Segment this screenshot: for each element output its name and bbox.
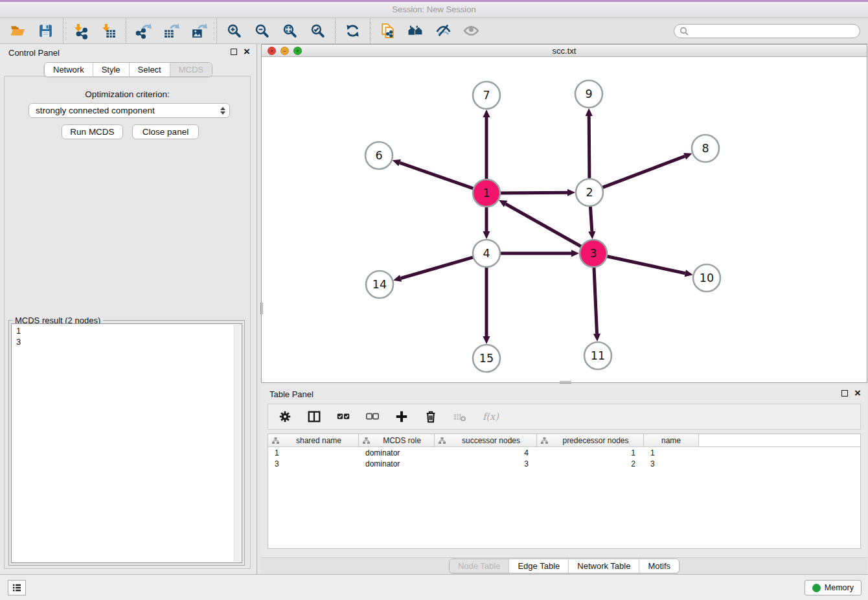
graph-node-6[interactable]: 6 bbox=[365, 142, 393, 169]
select-stepper-icon bbox=[220, 107, 225, 115]
graph-edge-2-3[interactable] bbox=[590, 205, 592, 231]
import-network-button[interactable] bbox=[72, 22, 89, 40]
network-canvas[interactable]: 7968124314101511 bbox=[262, 57, 867, 382]
tab-select[interactable]: Select bbox=[129, 63, 170, 76]
table-cell[interactable]: 1 bbox=[537, 448, 644, 457]
graph-edge-1-2[interactable] bbox=[499, 192, 567, 193]
tab-style[interactable]: Style bbox=[93, 63, 129, 76]
control-panel-tabs: NetworkStyleSelectMCDS bbox=[44, 62, 212, 77]
column-header-shared-name[interactable]: shared name bbox=[268, 434, 359, 446]
home-view-button[interactable] bbox=[407, 22, 424, 40]
column-header-name[interactable]: name bbox=[644, 434, 699, 446]
minimize-window-icon[interactable]: − bbox=[280, 47, 289, 55]
result-scrollbar[interactable] bbox=[234, 325, 241, 562]
hide-display-icon bbox=[435, 23, 451, 39]
column-header-predecessor-nodes[interactable]: predecessor nodes bbox=[537, 434, 644, 446]
import-network-icon bbox=[73, 23, 89, 39]
graph-edge-3-11[interactable] bbox=[594, 266, 597, 334]
duplicate-network-button[interactable] bbox=[379, 22, 396, 40]
close-panel-icon[interactable]: × bbox=[244, 48, 250, 55]
table-cell[interactable]: dominator bbox=[359, 459, 435, 468]
vertical-split-handle[interactable] bbox=[260, 303, 263, 314]
network-graph[interactable]: 7968124314101511 bbox=[262, 57, 867, 382]
graph-node-14[interactable]: 14 bbox=[366, 271, 393, 298]
save-session-button[interactable] bbox=[37, 22, 54, 40]
graph-edge-4-14[interactable] bbox=[401, 257, 474, 279]
column-header-label: predecessor nodes bbox=[550, 436, 641, 445]
export-table-button[interactable] bbox=[163, 22, 180, 40]
search-field[interactable] bbox=[674, 24, 860, 38]
tab-mcds[interactable]: MCDS bbox=[170, 63, 212, 76]
float-table-panel-icon[interactable] bbox=[841, 390, 848, 397]
float-panel-icon[interactable] bbox=[231, 49, 237, 55]
graph-edge-3-10[interactable] bbox=[606, 256, 685, 273]
zoom-out-button[interactable] bbox=[253, 22, 271, 40]
table-cell[interactable]: 1 bbox=[268, 448, 359, 457]
table-header-row: shared nameMCDS rolesuccessor nodesprede… bbox=[268, 434, 860, 447]
graph-node-4[interactable]: 4 bbox=[473, 240, 500, 267]
select-all-rows-icon bbox=[336, 410, 350, 424]
zoom-selected-button[interactable] bbox=[309, 22, 326, 40]
tab-network[interactable]: Network bbox=[45, 63, 93, 76]
horizontal-split-handle[interactable] bbox=[560, 381, 571, 384]
maximize-window-icon[interactable]: + bbox=[293, 47, 302, 55]
export-network-icon bbox=[135, 23, 152, 39]
table-row[interactable]: 1dominator411 bbox=[268, 447, 860, 458]
mcds-result-lines: 13 bbox=[12, 324, 242, 349]
list-icon bbox=[11, 582, 23, 594]
graph-edge-2-9[interactable] bbox=[589, 116, 589, 179]
delete-row-button[interactable] bbox=[423, 409, 439, 424]
graph-node-7[interactable]: 7 bbox=[473, 82, 500, 109]
open-file-button[interactable] bbox=[9, 22, 27, 40]
tab-node-table[interactable]: Node Table bbox=[450, 559, 509, 573]
close-panel-button[interactable]: Close panel bbox=[132, 124, 199, 139]
table-cell[interactable]: 3 bbox=[268, 459, 359, 468]
refresh-view-button[interactable] bbox=[344, 22, 361, 40]
table-cell[interactable]: 2 bbox=[537, 459, 644, 468]
network-window-titlebar[interactable]: × − + scc.txt bbox=[262, 45, 867, 57]
close-window-icon[interactable]: × bbox=[268, 47, 276, 55]
graph-node-11[interactable]: 11 bbox=[584, 342, 611, 369]
table-cell[interactable]: dominator bbox=[359, 448, 435, 457]
window-titlebar[interactable]: Session: New Session bbox=[0, 0, 868, 18]
graph-node-15[interactable]: 15 bbox=[473, 345, 500, 372]
add-row-button[interactable] bbox=[394, 409, 409, 424]
panel-toggle-button[interactable] bbox=[8, 580, 26, 595]
zoom-fit-button[interactable] bbox=[281, 22, 299, 40]
tab-motifs[interactable]: Motifs bbox=[639, 559, 679, 573]
table-cell[interactable]: 3 bbox=[644, 459, 699, 468]
tab-edge-table[interactable]: Edge Table bbox=[508, 559, 568, 573]
graph-node-9[interactable]: 9 bbox=[575, 80, 602, 108]
mcds-panel: Optimization criterion: strongly connect… bbox=[4, 76, 251, 569]
search-input[interactable] bbox=[691, 26, 857, 36]
criterion-select[interactable]: strongly connected component bbox=[29, 103, 230, 118]
column-settings-button[interactable] bbox=[277, 409, 293, 424]
column-header-successor-nodes[interactable]: successor nodes bbox=[435, 434, 537, 446]
run-mcds-button[interactable]: Run MCDS bbox=[62, 124, 123, 139]
hide-display-button[interactable] bbox=[435, 22, 452, 40]
memory-button[interactable]: Memory bbox=[805, 580, 862, 595]
close-table-panel-icon[interactable]: × bbox=[854, 389, 861, 397]
graph-edge-2-8[interactable] bbox=[602, 156, 685, 188]
table-row[interactable]: 3dominator323 bbox=[268, 458, 860, 469]
pane-layout-button[interactable] bbox=[306, 409, 322, 424]
import-table-button[interactable] bbox=[100, 22, 117, 40]
graph-node-1[interactable]: 1 bbox=[473, 179, 500, 207]
table-cell[interactable]: 4 bbox=[435, 448, 537, 457]
graph-node-3[interactable]: 3 bbox=[580, 240, 607, 267]
export-image-button[interactable] bbox=[190, 22, 208, 40]
graph-node-8[interactable]: 8 bbox=[692, 135, 719, 162]
export-network-button[interactable] bbox=[135, 22, 152, 40]
zoom-in-button[interactable] bbox=[225, 22, 243, 40]
tab-network-table[interactable]: Network Table bbox=[568, 559, 639, 573]
mcds-result-textarea[interactable]: 13 bbox=[11, 323, 242, 563]
graph-edge-3-1[interactable] bbox=[506, 204, 582, 248]
table-cell[interactable]: 1 bbox=[644, 448, 699, 457]
graph-node-2[interactable]: 2 bbox=[576, 179, 603, 206]
select-all-rows-button[interactable] bbox=[336, 409, 351, 424]
graph-edge-1-6[interactable] bbox=[400, 163, 474, 189]
column-header-MCDS-role[interactable]: MCDS role bbox=[359, 434, 435, 446]
graph-node-10[interactable]: 10 bbox=[693, 264, 720, 292]
table-cell[interactable]: 3 bbox=[435, 459, 537, 468]
deselect-all-rows-button[interactable] bbox=[365, 409, 380, 424]
